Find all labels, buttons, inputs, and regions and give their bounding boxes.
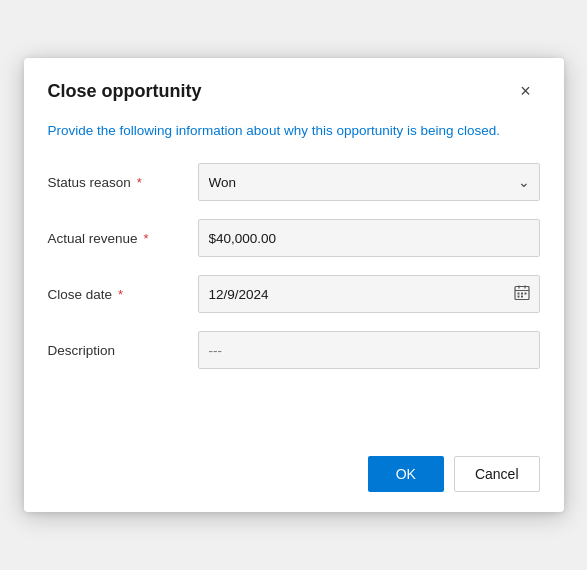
close-date-wrapper: [198, 275, 540, 313]
dialog-footer: OK Cancel: [24, 440, 564, 512]
status-reason-label: Status reason *: [48, 175, 198, 190]
required-indicator: *: [144, 231, 149, 246]
actual-revenue-row: Actual revenue *: [48, 216, 540, 260]
date-picker-wrapper: [198, 275, 540, 313]
close-opportunity-dialog: Close opportunity × Provide the followin…: [24, 58, 564, 513]
status-reason-row: Status reason * Won Lost Canceled Out-So…: [48, 160, 540, 204]
description-label: Description: [48, 343, 198, 358]
status-reason-select[interactable]: Won Lost Canceled Out-Sold: [198, 163, 540, 201]
close-date-input[interactable]: [198, 275, 540, 313]
dialog-overlay: Close opportunity × Provide the followin…: [0, 0, 587, 570]
dialog-title: Close opportunity: [48, 81, 202, 102]
required-indicator: *: [118, 287, 123, 302]
description-wrapper: [198, 331, 540, 369]
dialog-header: Close opportunity ×: [24, 58, 564, 118]
close-date-row: Close date *: [48, 272, 540, 316]
close-button[interactable]: ×: [512, 78, 540, 106]
actual-revenue-input[interactable]: [198, 219, 540, 257]
close-date-label: Close date *: [48, 287, 198, 302]
status-reason-wrapper: Won Lost Canceled Out-Sold ⌄: [198, 163, 540, 201]
status-reason-select-wrapper: Won Lost Canceled Out-Sold ⌄: [198, 163, 540, 201]
dialog-subtitle: Provide the following information about …: [24, 118, 564, 157]
ok-button[interactable]: OK: [368, 456, 444, 492]
cancel-button[interactable]: Cancel: [454, 456, 540, 492]
description-input[interactable]: [198, 331, 540, 369]
required-indicator: *: [137, 175, 142, 190]
actual-revenue-wrapper: [198, 219, 540, 257]
actual-revenue-label: Actual revenue *: [48, 231, 198, 246]
dialog-body: Status reason * Won Lost Canceled Out-So…: [24, 156, 564, 400]
description-row: Description: [48, 328, 540, 372]
